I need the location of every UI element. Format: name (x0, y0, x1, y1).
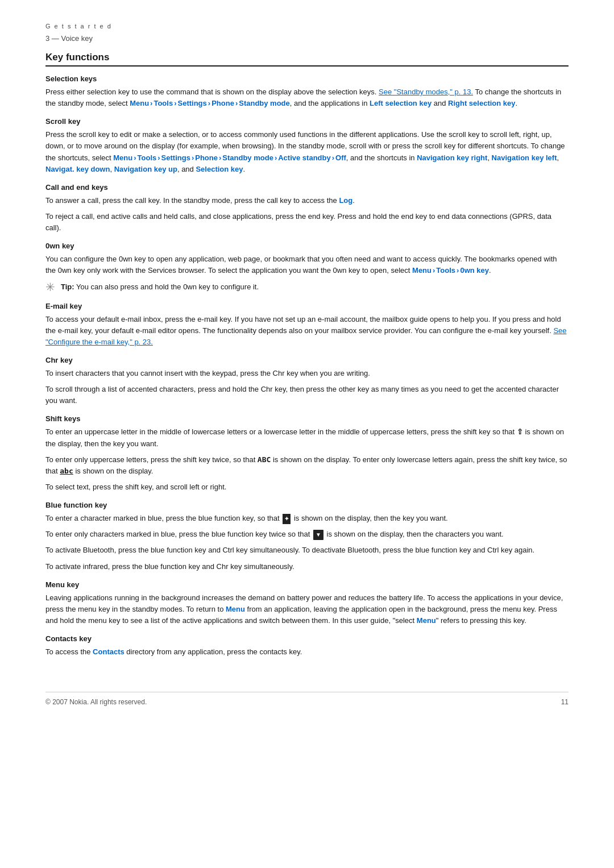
section-heading-email-key: E-mail key (45, 302, 569, 310)
link-tools[interactable]: Tools (138, 153, 157, 162)
arrow-icon: › (235, 99, 238, 107)
link-standby-mode[interactable]: Standby mode (239, 99, 290, 107)
arrow-icon: › (174, 99, 176, 107)
section-label: G e t s t a r t e d (45, 23, 569, 30)
link-active-standby[interactable]: Active standby (278, 153, 330, 162)
arrow-icon: › (150, 99, 152, 107)
link-navigation-key-left[interactable]: Navigation key left (492, 153, 557, 162)
blue-function-icon: ✦ (283, 514, 291, 524)
link-menu[interactable]: Menu (130, 99, 149, 107)
paragraph-p17: To access the Contacts directory from an… (45, 646, 569, 658)
link-off[interactable]: Off (335, 153, 346, 162)
sub-header: 3 — Voice key (45, 34, 569, 43)
section-heading-scroll-key: Scroll key (45, 117, 569, 126)
paragraph-p4: To reject a call, end active calls and h… (45, 211, 569, 234)
paragraph-p10: To enter only uppercase letters, press t… (45, 454, 569, 477)
link-tools[interactable]: Tools (436, 266, 455, 275)
lower-indicator: abc (60, 467, 73, 475)
section-heading-call-end-keys: Call and end keys (45, 183, 569, 192)
shift-symbol: ⇧ (517, 427, 523, 436)
arrow-icon: › (219, 153, 221, 162)
footer: © 2007 Nokia. All rights reserved. 11 (45, 692, 569, 706)
page-number: 11 (561, 698, 569, 706)
link-tools[interactable]: Tools (154, 99, 173, 107)
tip-text: Tip: You can also press and hold the 0wn… (61, 281, 259, 293)
paragraph-p9: To enter an uppercase letter in the midd… (45, 426, 569, 449)
link-selection-key[interactable]: Selection key (196, 165, 243, 173)
arrow-icon: › (457, 266, 459, 275)
tip-icon: ✳ (45, 280, 55, 294)
section-heading-contacts-key: Contacts key (45, 634, 569, 643)
content-area: Selection keysPress either selection key… (45, 74, 569, 658)
section-heading-shift-keys: Shift keys (45, 414, 569, 423)
link-settings[interactable]: Settings (161, 153, 190, 162)
arrow-icon: › (332, 153, 334, 162)
section-heading-own-key: 0wn key (45, 242, 569, 250)
paragraph-p1: Press either selection key to use the co… (45, 86, 569, 109)
paragraph-p13: To enter only characters marked in blue,… (45, 529, 569, 540)
link-right-selection-key[interactable]: Right selection key (448, 99, 515, 107)
link-settings[interactable]: Settings (178, 99, 207, 107)
link-0wn-key[interactable]: 0wn key (460, 266, 489, 275)
blue-function-double-icon: ▼ (313, 530, 323, 540)
paragraph-p16: Leaving applications running in the back… (45, 592, 569, 626)
paragraph-p5: You can configure the 0wn key to open an… (45, 254, 569, 276)
link-left-selection-key[interactable]: Left selection key (370, 99, 432, 107)
paragraph-p8: To scroll through a list of accented cha… (45, 384, 569, 406)
cross-reference-link[interactable]: See "Standby modes," p. 13. (379, 88, 473, 96)
link-phone[interactable]: Phone (195, 153, 218, 162)
arrow-icon: › (275, 153, 277, 162)
section-heading-menu-key: Menu key (45, 580, 569, 589)
link-menu[interactable]: Menu (113, 153, 132, 162)
paragraph-p15: To activate infrared, press the blue fun… (45, 561, 569, 572)
arrow-icon: › (208, 99, 210, 107)
link-navigation-key-up[interactable]: Navigation key up (114, 165, 177, 173)
paragraph-p11: To select text, press the shift key, and… (45, 481, 569, 493)
link-contacts[interactable]: Contacts (93, 647, 125, 656)
paragraph-p6: To access your default e-mail inbox, pre… (45, 314, 569, 348)
link-standby-mode[interactable]: Standby mode (222, 153, 273, 162)
link-navigation-key-right[interactable]: Navigation key right (417, 153, 487, 162)
section-heading-selection-keys: Selection keys (45, 74, 569, 83)
paragraph-p2: Press the scroll key to edit or make a s… (45, 129, 569, 175)
section-heading-chr-key: Chr key (45, 356, 569, 364)
arrow-icon: › (433, 266, 435, 275)
link-navigat.-key-down[interactable]: Navigat. key down (45, 165, 110, 173)
paragraph-p12: To enter a character marked in blue, pre… (45, 513, 569, 524)
link-menu[interactable]: Menu (417, 616, 436, 625)
arrow-icon: › (134, 153, 136, 162)
cross-reference-link[interactable]: See "Configure the e-mail key," p. 23. (45, 326, 567, 346)
arrow-icon: › (192, 153, 194, 162)
link-phone[interactable]: Phone (211, 99, 234, 107)
copyright: © 2007 Nokia. All rights reserved. (45, 698, 147, 706)
link-log[interactable]: Log (339, 196, 352, 205)
header: G e t s t a r t e d 3 — Voice key (45, 23, 569, 43)
page-wrapper: G e t s t a r t e d 3 — Voice key Key fu… (45, 23, 569, 706)
page-title: Key functions (45, 52, 569, 67)
paragraph-p7: To insert characters that you cannot ins… (45, 368, 569, 379)
caps-indicator: ABC (258, 455, 271, 464)
paragraph-p14: To activate Bluetooth, press the blue fu… (45, 545, 569, 556)
section-heading-blue-function-key: Blue function key (45, 501, 569, 509)
link-menu[interactable]: Menu (412, 266, 432, 275)
tip-box: ✳Tip: You can also press and hold the 0w… (45, 281, 569, 294)
link-menu[interactable]: Menu (226, 605, 245, 613)
paragraph-p3: To answer a call, press the call key. In… (45, 195, 569, 206)
arrow-icon: › (157, 153, 160, 162)
